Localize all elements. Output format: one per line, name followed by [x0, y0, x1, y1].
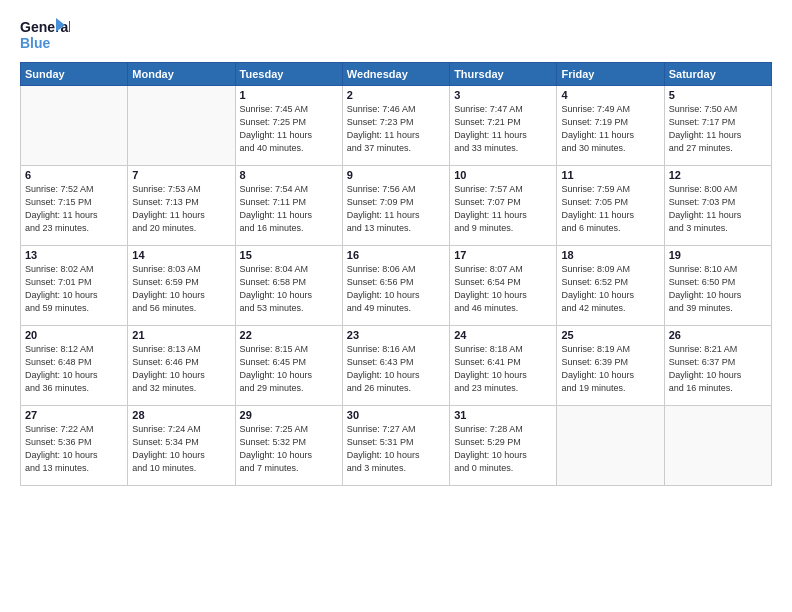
week-row-2: 6Sunrise: 7:52 AM Sunset: 7:15 PM Daylig…: [21, 166, 772, 246]
day-cell: [21, 86, 128, 166]
day-number: 5: [669, 89, 767, 101]
day-number: 11: [561, 169, 659, 181]
day-number: 7: [132, 169, 230, 181]
day-detail: Sunrise: 7:47 AM Sunset: 7:21 PM Dayligh…: [454, 103, 552, 155]
day-number: 17: [454, 249, 552, 261]
day-number: 22: [240, 329, 338, 341]
day-detail: Sunrise: 8:12 AM Sunset: 6:48 PM Dayligh…: [25, 343, 123, 395]
day-cell: 7Sunrise: 7:53 AM Sunset: 7:13 PM Daylig…: [128, 166, 235, 246]
weekday-tuesday: Tuesday: [235, 63, 342, 86]
day-detail: Sunrise: 7:52 AM Sunset: 7:15 PM Dayligh…: [25, 183, 123, 235]
day-number: 6: [25, 169, 123, 181]
day-detail: Sunrise: 8:16 AM Sunset: 6:43 PM Dayligh…: [347, 343, 445, 395]
day-cell: 13Sunrise: 8:02 AM Sunset: 7:01 PM Dayli…: [21, 246, 128, 326]
day-detail: Sunrise: 7:45 AM Sunset: 7:25 PM Dayligh…: [240, 103, 338, 155]
day-cell: 14Sunrise: 8:03 AM Sunset: 6:59 PM Dayli…: [128, 246, 235, 326]
svg-text:General: General: [20, 19, 70, 35]
page: GeneralBlue SundayMondayTuesdayWednesday…: [0, 0, 792, 612]
day-cell: 9Sunrise: 7:56 AM Sunset: 7:09 PM Daylig…: [342, 166, 449, 246]
weekday-wednesday: Wednesday: [342, 63, 449, 86]
day-cell: 18Sunrise: 8:09 AM Sunset: 6:52 PM Dayli…: [557, 246, 664, 326]
day-cell: 24Sunrise: 8:18 AM Sunset: 6:41 PM Dayli…: [450, 326, 557, 406]
day-cell: 27Sunrise: 7:22 AM Sunset: 5:36 PM Dayli…: [21, 406, 128, 486]
day-number: 8: [240, 169, 338, 181]
day-detail: Sunrise: 8:13 AM Sunset: 6:46 PM Dayligh…: [132, 343, 230, 395]
day-cell: 17Sunrise: 8:07 AM Sunset: 6:54 PM Dayli…: [450, 246, 557, 326]
day-detail: Sunrise: 7:28 AM Sunset: 5:29 PM Dayligh…: [454, 423, 552, 475]
weekday-friday: Friday: [557, 63, 664, 86]
week-row-1: 1Sunrise: 7:45 AM Sunset: 7:25 PM Daylig…: [21, 86, 772, 166]
day-cell: 31Sunrise: 7:28 AM Sunset: 5:29 PM Dayli…: [450, 406, 557, 486]
day-detail: Sunrise: 8:03 AM Sunset: 6:59 PM Dayligh…: [132, 263, 230, 315]
day-number: 29: [240, 409, 338, 421]
day-cell: 16Sunrise: 8:06 AM Sunset: 6:56 PM Dayli…: [342, 246, 449, 326]
day-detail: Sunrise: 7:46 AM Sunset: 7:23 PM Dayligh…: [347, 103, 445, 155]
day-detail: Sunrise: 8:02 AM Sunset: 7:01 PM Dayligh…: [25, 263, 123, 315]
day-detail: Sunrise: 8:00 AM Sunset: 7:03 PM Dayligh…: [669, 183, 767, 235]
logo: GeneralBlue: [20, 16, 70, 54]
day-number: 19: [669, 249, 767, 261]
day-number: 30: [347, 409, 445, 421]
week-row-3: 13Sunrise: 8:02 AM Sunset: 7:01 PM Dayli…: [21, 246, 772, 326]
day-detail: Sunrise: 7:24 AM Sunset: 5:34 PM Dayligh…: [132, 423, 230, 475]
day-cell: 8Sunrise: 7:54 AM Sunset: 7:11 PM Daylig…: [235, 166, 342, 246]
day-cell: 21Sunrise: 8:13 AM Sunset: 6:46 PM Dayli…: [128, 326, 235, 406]
day-detail: Sunrise: 8:21 AM Sunset: 6:37 PM Dayligh…: [669, 343, 767, 395]
day-cell: 20Sunrise: 8:12 AM Sunset: 6:48 PM Dayli…: [21, 326, 128, 406]
day-number: 12: [669, 169, 767, 181]
day-cell: [664, 406, 771, 486]
day-detail: Sunrise: 7:54 AM Sunset: 7:11 PM Dayligh…: [240, 183, 338, 235]
day-number: 18: [561, 249, 659, 261]
day-number: 2: [347, 89, 445, 101]
day-cell: 5Sunrise: 7:50 AM Sunset: 7:17 PM Daylig…: [664, 86, 771, 166]
day-number: 4: [561, 89, 659, 101]
weekday-sunday: Sunday: [21, 63, 128, 86]
day-detail: Sunrise: 7:49 AM Sunset: 7:19 PM Dayligh…: [561, 103, 659, 155]
day-cell: 28Sunrise: 7:24 AM Sunset: 5:34 PM Dayli…: [128, 406, 235, 486]
day-detail: Sunrise: 8:07 AM Sunset: 6:54 PM Dayligh…: [454, 263, 552, 315]
day-number: 31: [454, 409, 552, 421]
day-detail: Sunrise: 7:56 AM Sunset: 7:09 PM Dayligh…: [347, 183, 445, 235]
day-number: 20: [25, 329, 123, 341]
day-detail: Sunrise: 8:09 AM Sunset: 6:52 PM Dayligh…: [561, 263, 659, 315]
day-cell: [128, 86, 235, 166]
svg-text:Blue: Blue: [20, 35, 51, 51]
weekday-saturday: Saturday: [664, 63, 771, 86]
day-cell: [557, 406, 664, 486]
calendar-table: SundayMondayTuesdayWednesdayThursdayFrid…: [20, 62, 772, 486]
day-detail: Sunrise: 7:50 AM Sunset: 7:17 PM Dayligh…: [669, 103, 767, 155]
day-cell: 10Sunrise: 7:57 AM Sunset: 7:07 PM Dayli…: [450, 166, 557, 246]
day-detail: Sunrise: 8:15 AM Sunset: 6:45 PM Dayligh…: [240, 343, 338, 395]
day-number: 3: [454, 89, 552, 101]
day-cell: 2Sunrise: 7:46 AM Sunset: 7:23 PM Daylig…: [342, 86, 449, 166]
day-detail: Sunrise: 7:25 AM Sunset: 5:32 PM Dayligh…: [240, 423, 338, 475]
day-number: 14: [132, 249, 230, 261]
week-row-5: 27Sunrise: 7:22 AM Sunset: 5:36 PM Dayli…: [21, 406, 772, 486]
day-detail: Sunrise: 8:19 AM Sunset: 6:39 PM Dayligh…: [561, 343, 659, 395]
day-cell: 22Sunrise: 8:15 AM Sunset: 6:45 PM Dayli…: [235, 326, 342, 406]
weekday-thursday: Thursday: [450, 63, 557, 86]
day-detail: Sunrise: 8:10 AM Sunset: 6:50 PM Dayligh…: [669, 263, 767, 315]
day-cell: 6Sunrise: 7:52 AM Sunset: 7:15 PM Daylig…: [21, 166, 128, 246]
day-detail: Sunrise: 7:27 AM Sunset: 5:31 PM Dayligh…: [347, 423, 445, 475]
day-detail: Sunrise: 7:22 AM Sunset: 5:36 PM Dayligh…: [25, 423, 123, 475]
day-number: 13: [25, 249, 123, 261]
day-detail: Sunrise: 7:57 AM Sunset: 7:07 PM Dayligh…: [454, 183, 552, 235]
day-cell: 23Sunrise: 8:16 AM Sunset: 6:43 PM Dayli…: [342, 326, 449, 406]
day-cell: 30Sunrise: 7:27 AM Sunset: 5:31 PM Dayli…: [342, 406, 449, 486]
day-number: 26: [669, 329, 767, 341]
day-cell: 3Sunrise: 7:47 AM Sunset: 7:21 PM Daylig…: [450, 86, 557, 166]
weekday-header-row: SundayMondayTuesdayWednesdayThursdayFrid…: [21, 63, 772, 86]
day-cell: 4Sunrise: 7:49 AM Sunset: 7:19 PM Daylig…: [557, 86, 664, 166]
day-cell: 25Sunrise: 8:19 AM Sunset: 6:39 PM Dayli…: [557, 326, 664, 406]
weekday-monday: Monday: [128, 63, 235, 86]
logo-svg: GeneralBlue: [20, 16, 70, 54]
day-number: 28: [132, 409, 230, 421]
day-number: 1: [240, 89, 338, 101]
day-cell: 19Sunrise: 8:10 AM Sunset: 6:50 PM Dayli…: [664, 246, 771, 326]
day-number: 16: [347, 249, 445, 261]
day-cell: 12Sunrise: 8:00 AM Sunset: 7:03 PM Dayli…: [664, 166, 771, 246]
day-detail: Sunrise: 8:18 AM Sunset: 6:41 PM Dayligh…: [454, 343, 552, 395]
day-number: 15: [240, 249, 338, 261]
day-number: 25: [561, 329, 659, 341]
